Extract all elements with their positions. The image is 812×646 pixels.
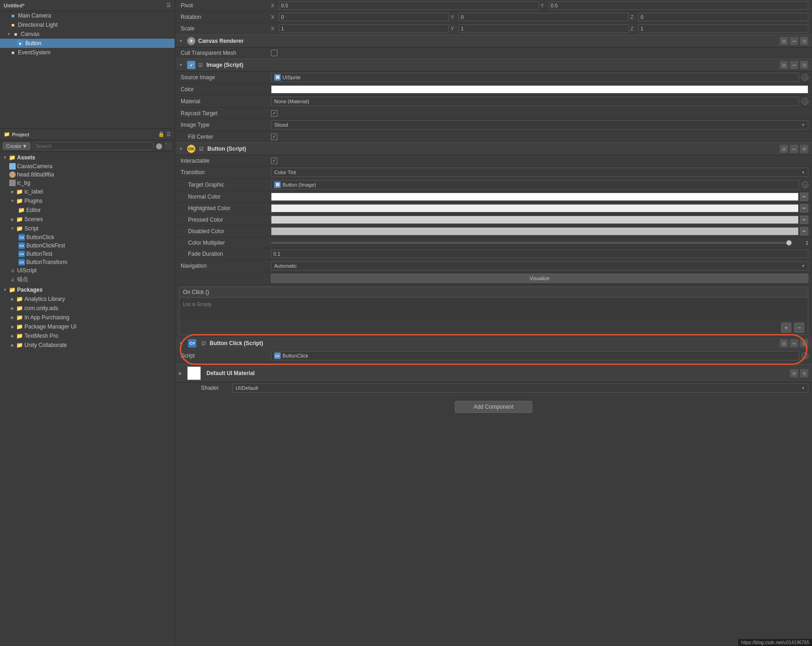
navigation-dropdown[interactable]: Automatic <box>271 261 808 270</box>
raycast-checkbox[interactable] <box>271 110 277 117</box>
rot-y-input[interactable] <box>459 13 629 21</box>
scale-row: Scale X Y Z <box>175 23 812 35</box>
button-script-icon3[interactable]: ⚙ <box>800 145 808 153</box>
project-item-cavas-camera[interactable]: CavasCamera <box>0 162 175 170</box>
rotation-label: Rotation <box>179 14 271 20</box>
project-item-ic-label[interactable]: ▶ 📁 ic_label <box>0 187 175 196</box>
packages-folder[interactable]: ▼ 📁 Packages <box>0 285 175 294</box>
canvas-renderer-icon1[interactable]: ⊞ <box>780 37 788 45</box>
highlighted-color-swatch[interactable] <box>271 204 799 212</box>
project-item-textmesh[interactable]: ▶ 📁 TextMesh Pro <box>0 331 175 341</box>
project-title: 📁 Project <box>4 131 29 137</box>
pivot-y-input[interactable] <box>548 1 808 10</box>
visualize-button[interactable]: Visualize <box>271 274 808 283</box>
onclick-add-button[interactable]: + <box>781 323 791 333</box>
assets-folder[interactable]: ▼ 📁 Assets <box>0 153 175 162</box>
cull-transparent-checkbox[interactable] <box>271 50 277 56</box>
hierarchy-menu-icon[interactable]: ☰ <box>166 2 171 8</box>
project-item-ic-bg[interactable]: ic_bg <box>0 179 175 187</box>
project-item-iap[interactable]: ▶ 📁 In App Purchasing <box>0 313 175 322</box>
project-item-anchor[interactable]: ♫ 锚点 <box>0 275 175 284</box>
project-item-unity-ads[interactable]: ▶ 📁 com.unity.ads <box>0 304 175 313</box>
project-item-plugins[interactable]: ▼ 📁 Plugins <box>0 196 175 206</box>
navigation-value: Automatic <box>271 261 808 270</box>
project-item-analytics[interactable]: ▶ 📁 Analytics Library <box>0 294 175 304</box>
color-multiplier-slider[interactable] <box>271 242 792 244</box>
button-click-icon1[interactable]: ⊞ <box>780 339 788 347</box>
fade-duration-input[interactable] <box>271 250 808 258</box>
normal-color-swatch[interactable] <box>271 193 799 201</box>
project-item-head[interactable]: head.88ba9f6a <box>0 170 175 179</box>
project-item-unity-collab[interactable]: ▶ 📁 Unity Collaborate <box>0 341 175 350</box>
project-item-scenes[interactable]: ▶ 📁 Scenes <box>0 215 175 224</box>
image-script-icon3[interactable]: ⚙ <box>800 61 808 69</box>
button-script-check[interactable]: ☑ <box>199 146 204 152</box>
image-script-check[interactable]: ☑ <box>198 62 203 68</box>
scale-y-input[interactable] <box>459 24 629 33</box>
interactable-checkbox[interactable] <box>271 158 277 164</box>
target-graphic-picker[interactable]: ◎ <box>802 182 808 188</box>
pivot-x-input[interactable] <box>279 1 539 10</box>
project-item-buttontransform[interactable]: C# ButtonTransform <box>0 258 175 266</box>
normal-color-edit[interactable]: ✏ <box>800 193 808 201</box>
material-icon1[interactable]: ⊞ <box>790 369 798 377</box>
button-click-icon3[interactable]: ⚙ <box>800 339 808 347</box>
hierarchy-item-directional-light[interactable]: ■ Directional Light <box>0 20 175 29</box>
project-item-package-manager[interactable]: ▶ 📁 Package Manager UI <box>0 322 175 331</box>
hierarchy-item-eventsystem[interactable]: ■ EventSystem <box>0 48 175 57</box>
highlighted-color-edit[interactable]: ✏ <box>800 204 808 212</box>
canvas-renderer-icon2[interactable]: ⇔ <box>790 37 798 45</box>
project-icon1[interactable]: ⬤ <box>156 142 163 149</box>
navigation-text: Automatic <box>274 263 297 269</box>
material-picker[interactable]: ◎ <box>802 98 808 105</box>
rot-z-input[interactable] <box>638 13 808 21</box>
image-script-icon1[interactable]: ⊞ <box>780 61 788 69</box>
material-row: Material None (Material) ◎ <box>175 95 812 108</box>
project-item-editor[interactable]: 📁 Editor <box>0 206 175 215</box>
canvas-renderer-icon3[interactable]: ⚙ <box>800 37 808 45</box>
transition-dropdown[interactable]: Color Tint <box>271 168 808 177</box>
disabled-color-edit[interactable]: ✏ <box>800 227 808 235</box>
shader-dropdown[interactable]: UI/Default <box>232 383 808 393</box>
hierarchy-item-canvas[interactable]: ▼ ■ Canvas <box>0 29 175 39</box>
project-item-script[interactable]: ▼ 📁 Script <box>0 224 175 233</box>
hierarchy-item-button[interactable]: ■ Button <box>0 39 175 48</box>
project-item-buttontest[interactable]: C# ButtonTest <box>0 250 175 258</box>
project-icon2[interactable]: ⬛ <box>165 142 172 149</box>
image-script-icon2[interactable]: ⇔ <box>790 61 798 69</box>
hierarchy-item-main-camera[interactable]: ■ Main Camera <box>0 11 175 20</box>
canvas-renderer-arrow[interactable]: ▼ <box>179 39 184 43</box>
button-click-icon2[interactable]: ⇔ <box>790 339 798 347</box>
eventsystem-icon: ■ <box>9 49 17 56</box>
button-script-icon2[interactable]: ⇔ <box>790 145 798 153</box>
color-swatch[interactable] <box>271 85 808 94</box>
pressed-color-edit[interactable]: ✏ <box>800 216 808 224</box>
scale-z-input[interactable] <box>638 24 808 33</box>
color-multiplier-label: Color Multiplier <box>179 240 271 246</box>
add-component-button[interactable]: Add Component <box>455 401 533 413</box>
scale-x-input[interactable] <box>279 24 449 33</box>
lock-icon[interactable]: 🔒 <box>158 131 165 137</box>
button-script-arrow[interactable]: ▼ <box>179 147 184 151</box>
button-click-check[interactable]: ☑ <box>201 341 206 346</box>
create-button[interactable]: Create ▼ <box>3 142 30 150</box>
project-item-buttonclick[interactable]: C# ButtonClick <box>0 233 175 241</box>
disabled-color-swatch[interactable] <box>271 227 799 235</box>
image-type-dropdown[interactable]: Sliced <box>271 120 808 129</box>
project-item-uiscript[interactable]: ♫ UIScript <box>0 266 175 275</box>
script-picker[interactable]: ◎ <box>802 352 808 359</box>
onclick-remove-button[interactable]: − <box>794 323 804 333</box>
image-script-arrow[interactable]: ▼ <box>179 63 184 67</box>
visualize-text: Visualize <box>530 276 550 281</box>
button-script-icon1[interactable]: ⊞ <box>780 145 788 153</box>
pressed-color-swatch[interactable] <box>271 216 799 224</box>
project-item-buttonclickfirst[interactable]: C# ButtonClickFirst <box>0 241 175 250</box>
project-search-input[interactable] <box>32 142 154 150</box>
source-image-picker[interactable]: ◎ <box>802 74 808 81</box>
project-menu-icon[interactable]: ☰ <box>166 131 171 137</box>
rot-x-input[interactable] <box>279 13 449 21</box>
button-click-arrow[interactable]: ▼ <box>179 341 184 346</box>
material-icon2[interactable]: ⚙ <box>800 369 808 377</box>
default-material-arrow[interactable]: ▶ <box>179 371 184 376</box>
fill-center-checkbox[interactable] <box>271 134 277 140</box>
